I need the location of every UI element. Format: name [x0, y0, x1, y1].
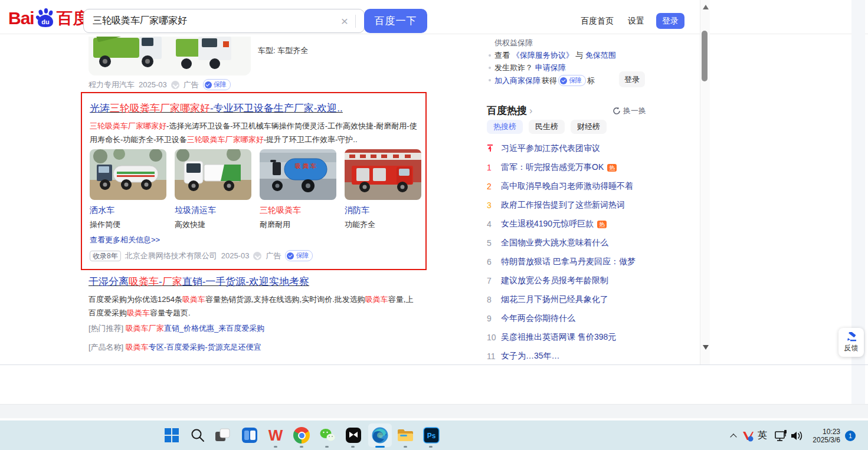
assurance-badge[interactable]: 保障	[203, 79, 231, 90]
baidu-logo[interactable]: Bai du 百度	[8, 8, 90, 29]
thumb-suction-tricycle[interactable]: 吸 粪 车	[260, 149, 336, 200]
recommend-link[interactable]: 直销_价格优惠_来百度爱采购	[164, 324, 264, 333]
join-merchant-link[interactable]: 加入商家保障	[494, 75, 541, 86]
thumb-sprinkler-truck[interactable]	[90, 149, 166, 200]
link-highlight[interactable]: 吸粪车厂家	[126, 324, 164, 333]
hot-list-item[interactable]: 1 雷军：听完报告感觉万事OK 热	[487, 158, 651, 177]
tray-chevron-up-icon[interactable]	[730, 432, 737, 439]
search-input[interactable]	[84, 16, 334, 27]
task-view-button[interactable]	[214, 426, 231, 444]
hot-search-tabs: 热搜榜 民生榜 财经榜	[487, 120, 607, 134]
exemption-scope-link[interactable]: 免保范围	[585, 51, 616, 60]
feedback-button[interactable]: 反馈	[838, 328, 864, 357]
thumb-title-fire[interactable]: 消防车	[345, 205, 369, 216]
source-name[interactable]: 程力专用汽车	[89, 80, 135, 90]
hot-list-item[interactable]: 习近平参加江苏代表团审议	[487, 139, 651, 158]
nav-baidu-home[interactable]: 百度首页	[581, 16, 614, 27]
organic-result-description: 百度爱采购为你优选1254条吸粪车容量热销货源,支持在线选购,实时询价.批发选购…	[89, 293, 419, 320]
thumb-garbage-truck[interactable]	[175, 149, 251, 200]
chevron-down-icon[interactable]	[171, 81, 179, 89]
ime-indicator[interactable]: 英	[758, 429, 767, 442]
widgets-button[interactable]	[241, 426, 258, 444]
running-indicator	[274, 446, 277, 448]
tab-livelihood[interactable]: 民生榜	[529, 120, 565, 134]
product-link[interactable]: 专区-百度爱采购-货源充足还便宜	[149, 343, 261, 352]
result-thumbnail-strip[interactable]	[89, 37, 251, 75]
page-scrollbar-thumb[interactable]	[702, 31, 707, 81]
garbage-trucks-image	[89, 37, 251, 75]
search-button[interactable]: 百度一下	[364, 9, 427, 33]
chrome-icon	[293, 427, 310, 444]
source-name[interactable]: 北京企腾网络技术有限公司	[125, 251, 217, 261]
hot-list-item[interactable]: 8 烟花三月下扬州已经具象化了	[487, 290, 651, 309]
photoshop-button[interactable]: Ps	[422, 426, 440, 444]
thumb-sub: 高效快捷	[175, 219, 205, 230]
tab-hot-list[interactable]: 热搜榜	[487, 120, 523, 134]
organic-result-title-link[interactable]: 干湿分离吸粪车-厂家直销-一手货源-欢迎实地考察	[89, 275, 309, 288]
chevron-down-icon[interactable]	[253, 252, 261, 260]
hot-list-item[interactable]: 4 女生退税4190元惊呼巨款 热	[487, 215, 651, 234]
assurance-badge[interactable]: 保障	[285, 250, 313, 261]
wechat-button[interactable]	[319, 426, 336, 444]
result-source-row: 程力专用汽车 2025-03 广告 保障	[89, 79, 231, 90]
refresh-control[interactable]: 换一换	[612, 106, 646, 116]
thumb-title-sprinkler[interactable]: 洒水车	[90, 205, 114, 216]
notification-badge[interactable]: 1	[845, 431, 856, 441]
refresh-icon	[612, 107, 621, 115]
service-agreement-link[interactable]: 《保障服务协议》	[512, 51, 574, 60]
nav-settings[interactable]: 设置	[628, 16, 644, 27]
row-label: [产品名称]	[89, 343, 123, 352]
login-button[interactable]: 登录	[656, 13, 684, 29]
thumb-title-suction[interactable]: 三轮吸粪车	[260, 205, 301, 216]
hot-list-item[interactable]: 10 吴彦祖推出英语网课 售价398元	[487, 328, 651, 347]
ad-label: 广告	[184, 80, 199, 90]
chevron-right-icon[interactable]: ›	[529, 106, 532, 116]
pencil-icon	[846, 332, 857, 341]
scroll-down-icon[interactable]	[703, 345, 709, 350]
clear-search-icon[interactable]: ×	[334, 14, 355, 28]
apply-protection-link[interactable]: 申请保障	[535, 63, 566, 72]
start-button[interactable]	[163, 426, 181, 444]
capcut-button[interactable]	[345, 426, 362, 444]
hot-badge: 热	[607, 164, 617, 172]
svg-text:W: W	[268, 427, 283, 444]
chrome-button[interactable]	[293, 426, 310, 444]
check-icon	[287, 252, 294, 260]
hot-recommend-row: [热门推荐] 吸粪车厂家直销_价格优惠_来百度爱采购	[89, 323, 264, 334]
running-indicator	[404, 446, 407, 448]
taskbar-clock[interactable]: 10:23 2025/3/6	[800, 428, 840, 444]
hot-list-item[interactable]: 7 建议放宽公务员报考年龄限制	[487, 271, 651, 290]
scroll-up-icon[interactable]	[703, 5, 709, 9]
photoshop-icon: Ps	[423, 427, 440, 444]
sidebar-login-button[interactable]: 登录	[619, 71, 645, 87]
taskbar-search-button[interactable]	[189, 426, 207, 444]
hot-list-item-clipped[interactable]: 11 女子为…35年…	[487, 347, 651, 362]
thumb-title-garbage[interactable]: 垃圾清运车	[175, 205, 216, 216]
capcut-icon	[345, 427, 362, 444]
hot-search-title[interactable]: 百度热搜	[487, 104, 527, 117]
windows-logo-icon	[164, 428, 179, 443]
link-highlight[interactable]: 吸粪车	[126, 343, 149, 352]
fire-truck-image	[345, 149, 421, 200]
search-box: ×	[83, 9, 365, 33]
hot-list-item[interactable]: 9 今年两会你期待什么	[487, 309, 651, 328]
network-button[interactable]	[774, 429, 788, 442]
v-app-icon	[742, 429, 755, 442]
wechat-icon	[319, 428, 336, 443]
tray-app-button[interactable]	[741, 429, 755, 443]
hot-list-item[interactable]: 5 全国物业费大跳水意味着什么	[487, 234, 651, 252]
ad-result-title-link[interactable]: 光涛三轮吸粪车厂家哪家好-专业环卫设备生产厂家-欢迎..	[90, 101, 343, 115]
wps-office-button[interactable]: W	[267, 426, 284, 444]
network-monitor-icon	[774, 429, 788, 442]
hot-list-item[interactable]: 6 特朗普放狠话 巴拿马丹麦回应：做梦	[487, 252, 651, 271]
file-explorer-button[interactable]	[397, 426, 414, 444]
check-icon	[205, 81, 212, 88]
hot-list-item[interactable]: 3 政府工作报告提到了这些新词热词	[487, 196, 651, 215]
content-bottom-border	[0, 364, 868, 365]
thumb-fire-truck[interactable]	[345, 149, 421, 200]
suction-tricycle-image: 吸 粪 车	[260, 149, 336, 200]
tab-finance[interactable]: 财经榜	[571, 120, 607, 134]
see-more-link[interactable]: 查看更多相关信息>>	[90, 235, 160, 245]
edge-button[interactable]	[371, 426, 389, 444]
hot-list-item[interactable]: 2 高中取消早晚自习老师激动得睡不着	[487, 177, 651, 196]
